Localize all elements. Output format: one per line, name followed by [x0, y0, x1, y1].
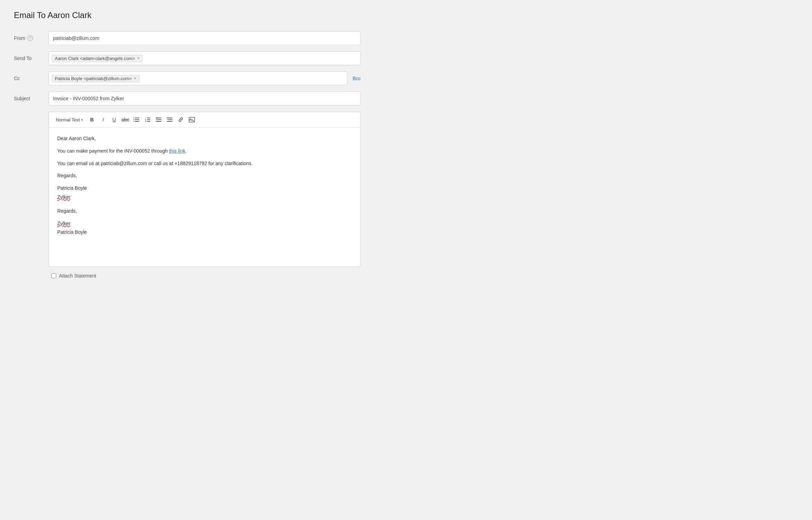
from-input[interactable] [49, 31, 361, 45]
send-to-tag[interactable]: Aaron Clark <adam-clark@angels.com> × [52, 55, 143, 62]
send-to-label: Send To [14, 56, 49, 61]
indent-decrease-icon [156, 117, 161, 122]
editor-toolbar: Normal Text ▾ B I U abc [49, 112, 360, 128]
email-editor: Normal Text ▾ B I U abc [49, 112, 361, 267]
ol-icon: 1. [145, 117, 150, 122]
text-format-label: Normal Text [56, 117, 80, 122]
text-format-dropdown[interactable]: Normal Text ▾ [53, 116, 86, 124]
payment-link[interactable]: this link [169, 148, 185, 154]
send-to-tag-close[interactable]: × [137, 56, 139, 60]
svg-marker-13 [156, 119, 157, 120]
svg-rect-10 [156, 118, 161, 118]
send-to-tag-value: Aaron Clark <adam-clark@angels.com> [55, 56, 135, 61]
cc-tag[interactable]: Patricia Boyle <patriciab@zillum.com> × [52, 75, 139, 82]
svg-rect-0 [134, 118, 134, 118]
svg-rect-8 [147, 119, 150, 120]
image-icon [189, 117, 195, 122]
italic-button[interactable]: I [98, 115, 108, 125]
signature1-regards: Regards, [57, 172, 352, 180]
attach-row: Attach Statement [14, 273, 361, 279]
strikethrough-button[interactable]: abc [120, 115, 130, 125]
svg-rect-7 [147, 118, 150, 118]
signature2-company: Zylker [57, 220, 352, 228]
svg-rect-15 [168, 119, 172, 120]
subject-input[interactable] [49, 92, 361, 105]
bcc-button[interactable]: Bcc [353, 76, 361, 81]
cc-label: Cc [14, 76, 49, 81]
editor-row: Normal Text ▾ B I U abc [14, 112, 361, 267]
image-button[interactable] [187, 115, 197, 125]
ordered-list-button[interactable]: 1. [143, 115, 152, 125]
svg-marker-17 [167, 119, 168, 120]
svg-rect-1 [135, 118, 139, 118]
ul-icon [134, 117, 139, 122]
cc-input[interactable]: Patricia Boyle <patriciab@zillum.com> × [49, 71, 347, 85]
unordered-list-button[interactable] [131, 115, 141, 125]
from-label: From ? [14, 35, 49, 41]
indent-decrease-button[interactable] [154, 115, 163, 125]
cc-tag-value: Patricia Boyle <patriciab@zillum.com> [55, 76, 132, 81]
indent-increase-icon [167, 117, 172, 122]
contact-line: You can email us at patriciab@zillum.com… [57, 160, 352, 168]
signature1-name: Patricia Boyle [57, 184, 352, 193]
indent-increase-button[interactable] [165, 115, 174, 125]
cc-row: Cc Patricia Boyle <patriciab@zillum.com>… [14, 71, 361, 85]
svg-rect-5 [135, 121, 139, 122]
signature1-company: Zylker [57, 193, 352, 202]
help-icon[interactable]: ? [27, 35, 33, 41]
link-icon [178, 117, 184, 122]
link-button[interactable] [176, 115, 186, 125]
svg-rect-14 [167, 118, 172, 118]
svg-rect-2 [134, 119, 134, 120]
send-to-input[interactable]: Aaron Clark <adam-clark@angels.com> × [49, 51, 361, 65]
greeting-line: Dear Aaron Clark, [57, 135, 352, 143]
cc-tag-close[interactable]: × [134, 76, 136, 80]
underline-button[interactable]: U [109, 115, 119, 125]
signature2-regards: Regards, [57, 207, 352, 215]
page-title: Email To Aaron Clark [14, 10, 798, 20]
svg-rect-3 [135, 119, 139, 120]
subject-label: Subject [14, 96, 49, 101]
attach-checkbox[interactable] [51, 273, 56, 278]
editor-content-area[interactable]: Dear Aaron Clark, You can make payment f… [49, 128, 360, 266]
svg-rect-12 [156, 121, 161, 122]
bold-button[interactable]: B [87, 115, 97, 125]
svg-rect-11 [157, 119, 161, 120]
email-form: From ? Send To Aaron Clark <adam-clark@a… [14, 31, 361, 279]
svg-rect-4 [134, 121, 134, 122]
svg-rect-16 [167, 121, 172, 122]
payment-line: You can make payment for the INV-000052 … [57, 147, 352, 155]
attach-statement-label: Attach Statement [59, 273, 96, 279]
signature2-name: Patricia Boyle [57, 228, 352, 237]
subject-row: Subject [14, 92, 361, 105]
from-row: From ? [14, 31, 361, 45]
chevron-down-icon: ▾ [81, 118, 83, 122]
send-to-row: Send To Aaron Clark <adam-clark@angels.c… [14, 51, 361, 65]
svg-rect-9 [147, 121, 150, 122]
